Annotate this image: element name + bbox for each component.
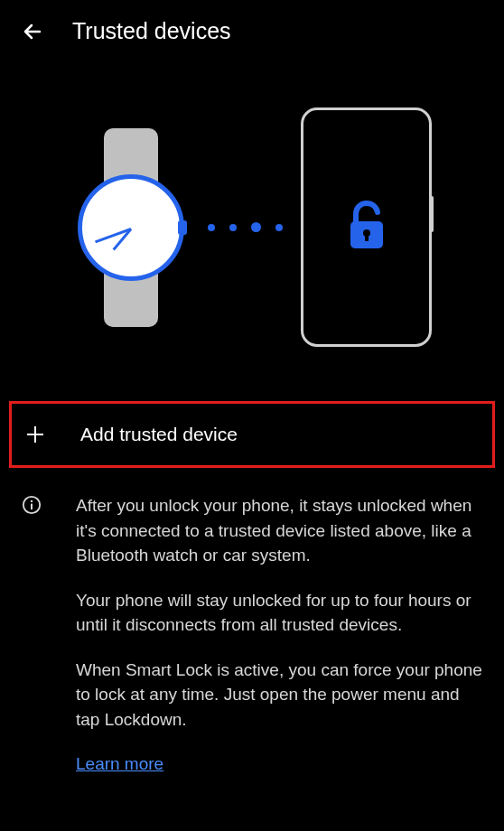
info-section: After you unlock your phone, it stays un…: [0, 468, 504, 777]
plus-icon: [24, 424, 46, 445]
back-arrow-icon[interactable]: [22, 21, 43, 42]
svg-rect-2: [365, 234, 369, 241]
svg-point-4: [31, 500, 33, 502]
watch-icon: [72, 128, 190, 327]
phone-icon: [301, 107, 432, 347]
unlock-icon: [345, 200, 388, 256]
info-paragraph-2: Your phone will stay unlocked for up to …: [76, 588, 482, 638]
add-trusted-device-row[interactable]: Add trusted device: [9, 401, 495, 468]
info-paragraph-3: When Smart Lock is active, you can force…: [76, 658, 482, 733]
info-text: After you unlock your phone, it stays un…: [76, 493, 482, 777]
info-paragraph-1: After you unlock your phone, it stays un…: [76, 493, 482, 568]
learn-more-link[interactable]: Learn more: [76, 754, 163, 773]
info-icon: [22, 495, 42, 515]
illustration: [0, 62, 504, 401]
add-device-label: Add trusted device: [80, 424, 238, 445]
page-title: Trusted devices: [72, 18, 231, 44]
connection-dots-icon: [208, 222, 283, 232]
svg-rect-5: [31, 504, 33, 509]
header: Trusted devices: [0, 0, 504, 62]
